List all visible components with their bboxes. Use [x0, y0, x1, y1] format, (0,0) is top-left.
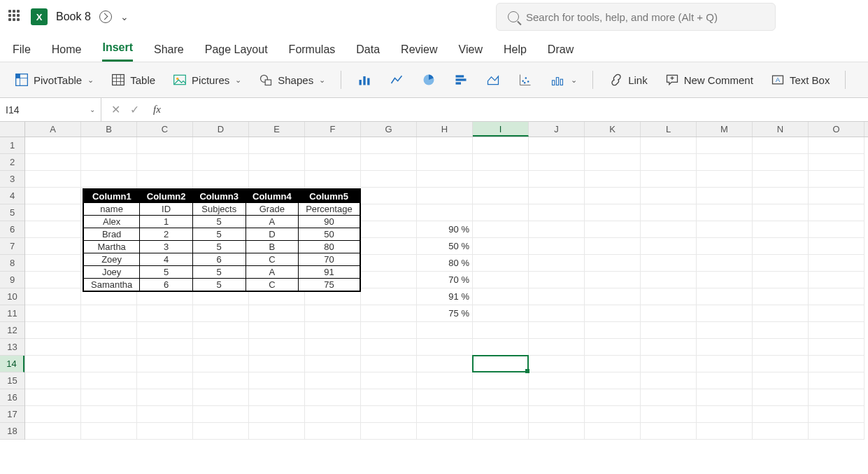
cell-M11[interactable]: [697, 305, 753, 322]
cell-L18[interactable]: [641, 423, 697, 440]
cell-F13[interactable]: [305, 339, 361, 356]
cell-I12[interactable]: [473, 322, 529, 339]
cell-M1[interactable]: [697, 137, 753, 154]
cell-C11[interactable]: [137, 305, 193, 322]
cell-I13[interactable]: [473, 339, 529, 356]
cell-L1[interactable]: [641, 137, 697, 154]
shapes-button[interactable]: Shapes⌄: [254, 70, 329, 90]
cell-A4[interactable]: [25, 188, 81, 204]
cell-E13[interactable]: [249, 339, 305, 356]
cell-B15[interactable]: [81, 372, 137, 389]
cell-I18[interactable]: [473, 423, 529, 440]
cell-O10[interactable]: [809, 288, 865, 305]
cell-B13[interactable]: [81, 339, 137, 356]
row-header-10[interactable]: 10: [0, 288, 24, 305]
col-header-N[interactable]: N: [753, 122, 809, 137]
cell-L4[interactable]: [641, 188, 697, 204]
cell-F17[interactable]: [305, 406, 361, 423]
cell-J1[interactable]: [529, 137, 585, 154]
cell-J10[interactable]: [529, 288, 585, 305]
cell-M16[interactable]: [697, 389, 753, 406]
select-all-corner[interactable]: [0, 122, 25, 137]
cell-G18[interactable]: [361, 423, 417, 440]
row-header-11[interactable]: 11: [0, 305, 24, 322]
cell-N14[interactable]: [753, 356, 809, 372]
cell-M8[interactable]: [697, 255, 753, 272]
cell-F3[interactable]: [305, 171, 361, 188]
document-title[interactable]: Book 8: [56, 11, 91, 23]
cell-A17[interactable]: [25, 406, 81, 423]
cell-N12[interactable]: [753, 322, 809, 339]
cell-J18[interactable]: [529, 423, 585, 440]
tab-insert[interactable]: Insert: [102, 41, 133, 62]
cell-M15[interactable]: [697, 372, 753, 389]
pie-chart-button[interactable]: [417, 70, 441, 90]
cell-K2[interactable]: [585, 154, 641, 171]
cell-G12[interactable]: [361, 322, 417, 339]
cell-I9[interactable]: [473, 272, 529, 288]
cell-F11[interactable]: [305, 305, 361, 322]
cell-N11[interactable]: [753, 305, 809, 322]
cell-C1[interactable]: [137, 137, 193, 154]
cell-C2[interactable]: [137, 154, 193, 171]
cell-G8[interactable]: [361, 255, 417, 272]
cell-L13[interactable]: [641, 339, 697, 356]
cell-B16[interactable]: [81, 389, 137, 406]
cell-N6[interactable]: [753, 221, 809, 238]
cell-M4[interactable]: [697, 188, 753, 204]
cancel-icon[interactable]: ✕: [111, 103, 120, 116]
cell-C18[interactable]: [137, 423, 193, 440]
row-header-1[interactable]: 1: [0, 137, 24, 154]
cell-L5[interactable]: [641, 204, 697, 221]
cell-L12[interactable]: [641, 322, 697, 339]
cell-E11[interactable]: [249, 305, 305, 322]
cell-A7[interactable]: [25, 238, 81, 255]
cell-N16[interactable]: [753, 389, 809, 406]
cell-A18[interactable]: [25, 423, 81, 440]
tab-file[interactable]: File: [13, 43, 31, 62]
cell-L6[interactable]: [641, 221, 697, 238]
cell-H4[interactable]: [417, 188, 473, 204]
cell-N4[interactable]: [753, 188, 809, 204]
area-chart-button[interactable]: [481, 70, 505, 90]
cell-O5[interactable]: [809, 204, 865, 221]
cell-G9[interactable]: [361, 272, 417, 288]
cell-F15[interactable]: [305, 372, 361, 389]
cell-L8[interactable]: [641, 255, 697, 272]
cell-J12[interactable]: [529, 322, 585, 339]
cell-C17[interactable]: [137, 406, 193, 423]
cell-E2[interactable]: [249, 154, 305, 171]
cell-D17[interactable]: [193, 406, 249, 423]
cell-J16[interactable]: [529, 389, 585, 406]
cell-O18[interactable]: [809, 423, 865, 440]
row-header-18[interactable]: 18: [0, 423, 24, 440]
row-header-8[interactable]: 8: [0, 255, 24, 272]
cell-J5[interactable]: [529, 204, 585, 221]
cell-K8[interactable]: [585, 255, 641, 272]
cell-H2[interactable]: [417, 154, 473, 171]
confirm-icon[interactable]: ✓: [130, 103, 139, 116]
cell-A14[interactable]: [25, 356, 81, 372]
cell-L17[interactable]: [641, 406, 697, 423]
row-header-16[interactable]: 16: [0, 389, 24, 406]
tab-home[interactable]: Home: [52, 43, 82, 62]
col-header-M[interactable]: M: [697, 122, 753, 137]
cell-F1[interactable]: [305, 137, 361, 154]
cell-O9[interactable]: [809, 272, 865, 288]
cell-D16[interactable]: [193, 389, 249, 406]
cell-H12[interactable]: [417, 322, 473, 339]
cell-M6[interactable]: [697, 221, 753, 238]
cell-M2[interactable]: [697, 154, 753, 171]
row-header-3[interactable]: 3: [0, 171, 24, 188]
cell-J11[interactable]: [529, 305, 585, 322]
col-header-K[interactable]: K: [585, 122, 641, 137]
col-header-F[interactable]: F: [305, 122, 361, 137]
cell-A10[interactable]: [25, 288, 81, 305]
cell-H10[interactable]: 91 %: [417, 288, 473, 305]
col-header-O[interactable]: O: [809, 122, 865, 137]
col-header-A[interactable]: A: [25, 122, 81, 137]
row-header-13[interactable]: 13: [0, 339, 24, 356]
cell-I16[interactable]: [473, 389, 529, 406]
cell-I1[interactable]: [473, 137, 529, 154]
cell-O7[interactable]: [809, 238, 865, 255]
